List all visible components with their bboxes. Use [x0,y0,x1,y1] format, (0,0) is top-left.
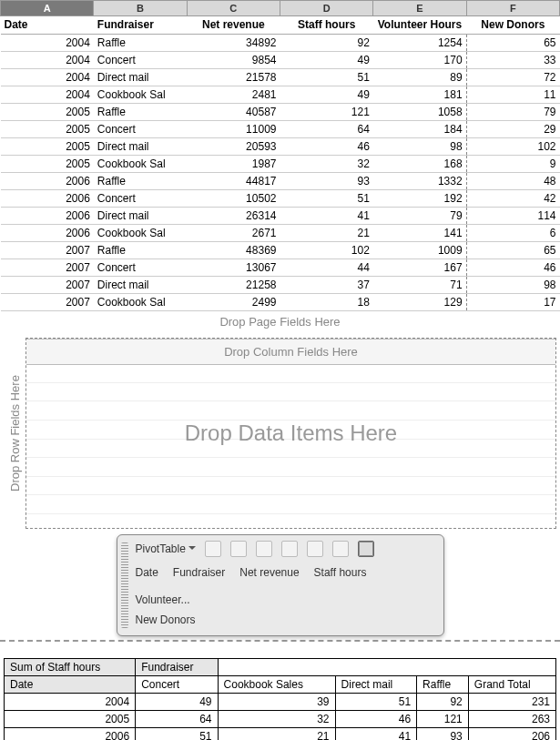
cell-staff[interactable]: 49 [280,52,372,69]
pivot-row-label[interactable]: 2004 [5,694,136,711]
refresh-icon[interactable] [307,541,323,557]
cell-fundraiser[interactable]: Cookbook Sal [94,225,187,242]
cell-date[interactable]: 2006 [1,173,94,190]
cell-net[interactable]: 11009 [187,121,280,138]
cell-fundraiser[interactable]: Cookbook Sal [94,294,187,311]
cell-fundraiser[interactable]: Raffle [94,173,187,190]
cell-net[interactable]: 2671 [187,225,280,242]
cell-date[interactable]: 2004 [1,35,94,52]
cell-net[interactable]: 2481 [187,86,280,104]
drop-page-fields[interactable]: Drop Page Fields Here [0,311,560,332]
cell-date[interactable]: 2006 [1,225,94,242]
cell-staff[interactable]: 44 [280,259,372,277]
pivot-col-0[interactable]: Concert [136,676,218,694]
drop-row-fields[interactable]: Drop Row Fields Here [5,339,25,528]
pivot-field-button[interactable]: New Donors [136,613,196,626]
cell-donors[interactable]: 9 [466,156,559,173]
cell-fundraiser[interactable]: Concert [94,52,187,69]
chart-wizard-icon[interactable] [230,541,247,557]
cell-net[interactable]: 44817 [187,173,280,190]
pivot-cell[interactable]: 206 [468,728,555,740]
cell-vol[interactable]: 141 [373,225,466,242]
cell-donors[interactable]: 6 [466,225,559,242]
hdr-volunteer-hours[interactable]: Volunteer Hours [373,16,466,35]
cell-fundraiser[interactable]: Cookbook Sal [94,156,187,173]
cell-date[interactable]: 2007 [1,277,94,294]
format-report-icon[interactable] [205,541,221,557]
pivot-cell[interactable]: 41 [335,728,417,740]
cell-staff[interactable]: 49 [280,86,372,104]
cell-vol[interactable]: 1254 [373,35,466,52]
col-header-d[interactable]: D [280,1,372,16]
cell-net[interactable]: 2499 [187,294,280,311]
field-list-icon[interactable] [358,541,374,557]
cell-vol[interactable]: 170 [373,52,466,69]
cell-vol[interactable]: 167 [373,259,466,277]
cell-fundraiser[interactable]: Raffle [94,35,187,52]
col-header-c[interactable]: C [187,1,280,16]
cell-staff[interactable]: 121 [280,104,372,121]
pivottable-menu[interactable]: PivotTable [136,542,196,555]
cell-vol[interactable]: 71 [373,277,466,294]
cell-vol[interactable]: 168 [373,156,466,173]
pivot-row-field[interactable]: Date [5,676,136,694]
pivot-cell[interactable]: 231 [468,694,555,711]
cell-staff[interactable]: 51 [280,190,372,208]
cell-staff[interactable]: 102 [280,242,372,259]
hdr-staff-hours[interactable]: Staff hours [280,16,372,35]
cell-net[interactable]: 21258 [187,277,280,294]
pivot-col-4[interactable]: Grand Total [468,676,555,694]
pivot-col-1[interactable]: Cookbook Sales [218,676,335,694]
hdr-date[interactable]: Date [1,16,94,35]
cell-fundraiser[interactable]: Raffle [94,242,187,259]
cell-date[interactable]: 2007 [1,294,94,311]
cell-staff[interactable]: 41 [280,208,372,225]
cell-vol[interactable]: 1009 [373,242,466,259]
cell-net[interactable]: 40587 [187,104,280,121]
cell-donors[interactable]: 17 [466,294,559,311]
hide-detail-icon[interactable] [256,541,272,557]
hdr-new-donors[interactable]: New Donors [466,16,559,35]
cell-date[interactable]: 2006 [1,190,94,208]
toolbar-grip[interactable] [121,542,128,628]
pivot-cell[interactable]: 92 [417,694,469,711]
pivot-cell[interactable]: 46 [335,711,417,728]
field-settings-icon[interactable] [332,541,349,557]
hdr-net-revenue[interactable]: Net revenue [187,16,280,35]
cell-staff[interactable]: 93 [280,173,372,190]
cell-donors[interactable]: 42 [466,190,559,208]
cell-net[interactable]: 13067 [187,259,280,277]
pivot-toolbar[interactable]: PivotTable DateFundraiserNet revenueStaf… [117,534,444,636]
cell-donors[interactable]: 29 [466,121,559,138]
cell-staff[interactable]: 32 [280,156,372,173]
cell-vol[interactable]: 1332 [373,173,466,190]
cell-vol[interactable]: 1058 [373,104,466,121]
cell-vol[interactable]: 184 [373,121,466,138]
cell-fundraiser[interactable]: Cookbook Sal [94,86,187,104]
cell-date[interactable]: 2007 [1,259,94,277]
pivot-row-label[interactable]: 2005 [5,711,136,728]
cell-fundraiser[interactable]: Raffle [94,104,187,121]
pivot-field-button[interactable]: Volunteer... [136,593,190,606]
pivot-cell[interactable]: 49 [136,694,218,711]
cell-date[interactable]: 2006 [1,208,94,225]
cell-date[interactable]: 2005 [1,104,94,121]
cell-vol[interactable]: 181 [373,86,466,104]
pivot-cell[interactable]: 51 [136,728,218,740]
cell-date[interactable]: 2007 [1,242,94,259]
pivot-col-2[interactable]: Direct mail [335,676,417,694]
cell-fundraiser[interactable]: Direct mail [94,208,187,225]
cell-donors[interactable]: 33 [466,52,559,69]
cell-vol[interactable]: 89 [373,69,466,86]
pivot-field-button[interactable]: Staff hours [314,566,367,579]
cell-net[interactable]: 48369 [187,242,280,259]
pivot-col-3[interactable]: Raffle [417,676,469,694]
cell-fundraiser[interactable]: Direct mail [94,138,187,156]
pivot-cell[interactable]: 93 [417,728,469,740]
cell-donors[interactable]: 98 [466,277,559,294]
cell-date[interactable]: 2005 [1,138,94,156]
cell-fundraiser[interactable]: Direct mail [94,69,187,86]
drop-column-fields[interactable]: Drop Column Fields Here [26,339,555,365]
col-header-f[interactable]: F [466,1,559,16]
cell-donors[interactable]: 114 [466,208,559,225]
